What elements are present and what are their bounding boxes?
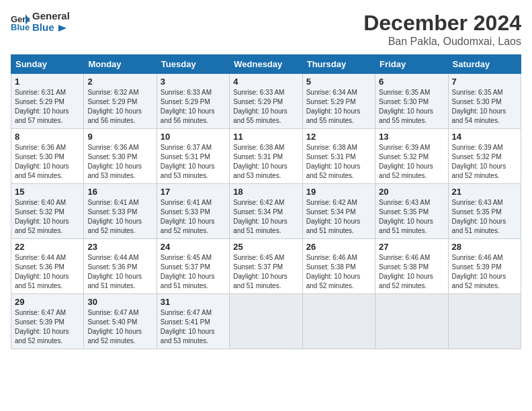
- table-row: 23Sunrise: 6:44 AM Sunset: 5:36 PM Dayli…: [84, 239, 157, 294]
- table-row: 27Sunrise: 6:46 AM Sunset: 5:38 PM Dayli…: [375, 239, 448, 294]
- day-info: Sunrise: 6:33 AM Sunset: 5:29 PM Dayligh…: [233, 88, 298, 126]
- table-row: 29Sunrise: 6:47 AM Sunset: 5:39 PM Dayli…: [11, 294, 84, 349]
- table-row: 4Sunrise: 6:33 AM Sunset: 5:29 PM Daylig…: [230, 74, 302, 129]
- table-row: 12Sunrise: 6:38 AM Sunset: 5:31 PM Dayli…: [302, 129, 375, 184]
- table-row: 18Sunrise: 6:42 AM Sunset: 5:34 PM Dayli…: [230, 184, 302, 239]
- title-area: December 2024 Ban Pakla, Oudomxai, Laos: [363, 11, 521, 48]
- table-row: 15Sunrise: 6:40 AM Sunset: 5:32 PM Dayli…: [11, 184, 84, 239]
- day-number: 20: [379, 187, 444, 197]
- table-row: 10Sunrise: 6:37 AM Sunset: 5:31 PM Dayli…: [157, 129, 229, 184]
- day-info: Sunrise: 6:32 AM Sunset: 5:29 PM Dayligh…: [87, 88, 152, 126]
- table-row: 1Sunrise: 6:31 AM Sunset: 5:29 PM Daylig…: [11, 74, 84, 129]
- calendar-week-row: 1Sunrise: 6:31 AM Sunset: 5:29 PM Daylig…: [11, 74, 521, 129]
- day-info: Sunrise: 6:45 AM Sunset: 5:37 PM Dayligh…: [233, 253, 298, 291]
- day-info: Sunrise: 6:35 AM Sunset: 5:30 PM Dayligh…: [379, 88, 444, 126]
- table-row: 7Sunrise: 6:35 AM Sunset: 5:30 PM Daylig…: [448, 74, 521, 129]
- day-number: 24: [161, 242, 226, 252]
- day-info: Sunrise: 6:38 AM Sunset: 5:31 PM Dayligh…: [306, 143, 371, 181]
- calendar-week-row: 29Sunrise: 6:47 AM Sunset: 5:39 PM Dayli…: [11, 294, 521, 349]
- day-info: Sunrise: 6:43 AM Sunset: 5:35 PM Dayligh…: [379, 198, 444, 236]
- day-number: 9: [87, 132, 152, 142]
- table-row: 14Sunrise: 6:39 AM Sunset: 5:32 PM Dayli…: [448, 129, 521, 184]
- day-info: Sunrise: 6:42 AM Sunset: 5:34 PM Dayligh…: [306, 198, 371, 236]
- day-info: Sunrise: 6:34 AM Sunset: 5:29 PM Dayligh…: [306, 88, 371, 126]
- day-info: Sunrise: 6:41 AM Sunset: 5:33 PM Dayligh…: [87, 198, 152, 236]
- day-info: Sunrise: 6:47 AM Sunset: 5:41 PM Dayligh…: [161, 308, 226, 346]
- day-info: Sunrise: 6:41 AM Sunset: 5:33 PM Dayligh…: [161, 198, 226, 236]
- logo-general: General: [32, 11, 70, 22]
- table-row: [302, 294, 375, 349]
- table-row: 6Sunrise: 6:35 AM Sunset: 5:30 PM Daylig…: [375, 74, 448, 129]
- calendar-week-row: 15Sunrise: 6:40 AM Sunset: 5:32 PM Dayli…: [11, 184, 521, 239]
- day-number: 4: [233, 77, 298, 87]
- table-row: 19Sunrise: 6:42 AM Sunset: 5:34 PM Dayli…: [302, 184, 375, 239]
- header-wednesday: Wednesday: [230, 55, 302, 74]
- table-row: 31Sunrise: 6:47 AM Sunset: 5:41 PM Dayli…: [157, 294, 229, 349]
- calendar-week-row: 22Sunrise: 6:44 AM Sunset: 5:36 PM Dayli…: [11, 239, 521, 294]
- day-info: Sunrise: 6:47 AM Sunset: 5:40 PM Dayligh…: [87, 308, 152, 346]
- table-row: [448, 294, 521, 349]
- day-number: 12: [306, 132, 371, 142]
- day-info: Sunrise: 6:47 AM Sunset: 5:39 PM Dayligh…: [15, 308, 80, 346]
- day-info: Sunrise: 6:40 AM Sunset: 5:32 PM Dayligh…: [15, 198, 80, 236]
- logo-icon: General Blue: [11, 13, 30, 32]
- table-row: 11Sunrise: 6:38 AM Sunset: 5:31 PM Dayli…: [230, 129, 302, 184]
- table-row: 5Sunrise: 6:34 AM Sunset: 5:29 PM Daylig…: [302, 74, 375, 129]
- calendar-header-row: Sunday Monday Tuesday Wednesday Thursday…: [11, 55, 521, 74]
- day-number: 28: [452, 242, 517, 252]
- day-info: Sunrise: 6:35 AM Sunset: 5:30 PM Dayligh…: [452, 88, 517, 126]
- day-number: 17: [161, 187, 226, 197]
- day-info: Sunrise: 6:44 AM Sunset: 5:36 PM Dayligh…: [15, 253, 80, 291]
- day-number: 19: [306, 187, 371, 197]
- day-number: 16: [87, 187, 152, 197]
- day-number: 8: [15, 132, 80, 142]
- day-number: 18: [233, 187, 298, 197]
- day-number: 5: [306, 77, 371, 87]
- day-number: 21: [452, 187, 517, 197]
- calendar-table: Sunday Monday Tuesday Wednesday Thursday…: [11, 54, 521, 349]
- location-subtitle: Ban Pakla, Oudomxai, Laos: [363, 36, 521, 48]
- day-number: 3: [161, 77, 226, 87]
- day-info: Sunrise: 6:43 AM Sunset: 5:35 PM Dayligh…: [452, 198, 517, 236]
- table-row: [375, 294, 448, 349]
- header: General Blue General Blue December 2024 …: [11, 11, 521, 48]
- table-row: 20Sunrise: 6:43 AM Sunset: 5:35 PM Dayli…: [375, 184, 448, 239]
- table-row: 22Sunrise: 6:44 AM Sunset: 5:36 PM Dayli…: [11, 239, 84, 294]
- table-row: 21Sunrise: 6:43 AM Sunset: 5:35 PM Dayli…: [448, 184, 521, 239]
- day-info: Sunrise: 6:37 AM Sunset: 5:31 PM Dayligh…: [161, 143, 226, 181]
- calendar-week-row: 8Sunrise: 6:36 AM Sunset: 5:30 PM Daylig…: [11, 129, 521, 184]
- day-info: Sunrise: 6:46 AM Sunset: 5:38 PM Dayligh…: [379, 253, 444, 291]
- day-number: 26: [306, 242, 371, 252]
- day-number: 25: [233, 242, 298, 252]
- day-info: Sunrise: 6:39 AM Sunset: 5:32 PM Dayligh…: [379, 143, 444, 181]
- table-row: 30Sunrise: 6:47 AM Sunset: 5:40 PM Dayli…: [84, 294, 157, 349]
- logo-arrow-icon: [57, 23, 68, 34]
- table-row: 3Sunrise: 6:33 AM Sunset: 5:29 PM Daylig…: [157, 74, 229, 129]
- header-sunday: Sunday: [11, 55, 84, 74]
- day-info: Sunrise: 6:42 AM Sunset: 5:34 PM Dayligh…: [233, 198, 298, 236]
- table-row: 24Sunrise: 6:45 AM Sunset: 5:37 PM Dayli…: [157, 239, 229, 294]
- day-number: 10: [161, 132, 226, 142]
- header-tuesday: Tuesday: [157, 55, 229, 74]
- table-row: 9Sunrise: 6:36 AM Sunset: 5:30 PM Daylig…: [84, 129, 157, 184]
- day-number: 27: [379, 242, 444, 252]
- header-friday: Friday: [375, 55, 448, 74]
- logo-blue: Blue: [32, 22, 70, 34]
- table-row: 16Sunrise: 6:41 AM Sunset: 5:33 PM Dayli…: [84, 184, 157, 239]
- svg-marker-3: [58, 25, 66, 32]
- table-row: 2Sunrise: 6:32 AM Sunset: 5:29 PM Daylig…: [84, 74, 157, 129]
- day-number: 14: [452, 132, 517, 142]
- day-number: 1: [15, 77, 80, 87]
- day-number: 30: [87, 297, 152, 307]
- table-row: 28Sunrise: 6:46 AM Sunset: 5:39 PM Dayli…: [448, 239, 521, 294]
- day-info: Sunrise: 6:45 AM Sunset: 5:37 PM Dayligh…: [161, 253, 226, 291]
- table-row: [230, 294, 302, 349]
- day-info: Sunrise: 6:36 AM Sunset: 5:30 PM Dayligh…: [15, 143, 80, 181]
- day-info: Sunrise: 6:38 AM Sunset: 5:31 PM Dayligh…: [233, 143, 298, 181]
- header-monday: Monday: [84, 55, 157, 74]
- calendar-body: 1Sunrise: 6:31 AM Sunset: 5:29 PM Daylig…: [11, 74, 521, 349]
- day-info: Sunrise: 6:31 AM Sunset: 5:29 PM Dayligh…: [15, 88, 80, 126]
- table-row: 13Sunrise: 6:39 AM Sunset: 5:32 PM Dayli…: [375, 129, 448, 184]
- day-info: Sunrise: 6:46 AM Sunset: 5:38 PM Dayligh…: [306, 253, 371, 291]
- day-info: Sunrise: 6:46 AM Sunset: 5:39 PM Dayligh…: [452, 253, 517, 291]
